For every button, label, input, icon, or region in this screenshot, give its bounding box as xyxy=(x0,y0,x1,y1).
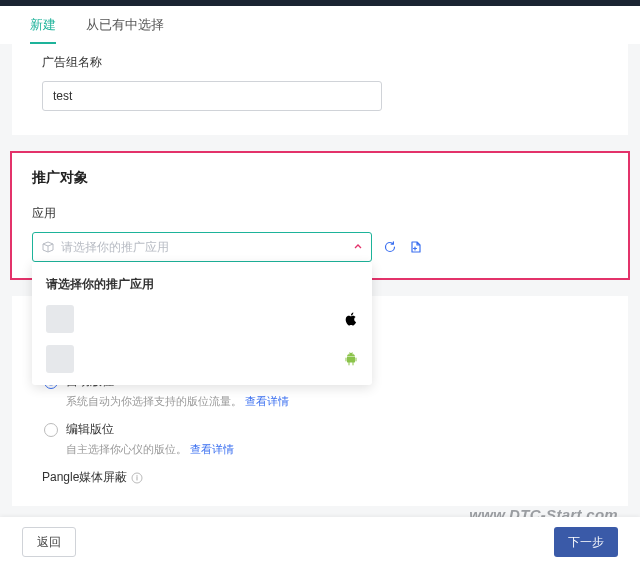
target-section-title: 推广对象 xyxy=(12,153,628,199)
tab-new[interactable]: 新建 xyxy=(30,6,56,44)
tab-from-existing[interactable]: 从已有中选择 xyxy=(86,6,164,44)
adgroup-card: 广告组名称 xyxy=(12,44,628,135)
info-icon xyxy=(131,472,143,484)
edit-detail-link[interactable]: 查看详情 xyxy=(190,443,234,455)
refresh-button[interactable] xyxy=(382,239,398,255)
dropdown-title: 请选择你的推广应用 xyxy=(32,268,372,299)
back-button[interactable]: 返回 xyxy=(22,527,76,557)
pangle-label: Pangle媒体屏蔽 xyxy=(42,469,598,486)
apple-icon xyxy=(344,312,358,326)
chevron-up-icon xyxy=(353,238,363,256)
auto-detail-link[interactable]: 查看详情 xyxy=(245,395,289,407)
app-select-placeholder: 请选择你的推广应用 xyxy=(61,239,343,256)
radio-edit-label: 编辑版位 xyxy=(66,421,114,438)
app-select[interactable]: 请选择你的推广应用 xyxy=(32,232,372,262)
radio-edit[interactable] xyxy=(44,423,58,437)
box-icon xyxy=(41,240,55,254)
add-app-button[interactable] xyxy=(408,239,424,255)
adgroup-name-input[interactable] xyxy=(42,81,382,111)
app-dropdown: 请选择你的推广应用 xyxy=(32,262,372,385)
dropdown-item-0[interactable] xyxy=(32,299,372,339)
app-label: 应用 xyxy=(12,199,628,232)
app-thumb xyxy=(46,305,74,333)
radio-edit-row[interactable]: 编辑版位 xyxy=(44,421,598,438)
radio-auto-desc: 系统自动为你选择支持的版位流量。 查看详情 xyxy=(66,394,598,409)
app-thumb xyxy=(46,345,74,373)
adgroup-name-label: 广告组名称 xyxy=(42,54,598,71)
tabs: 新建 从已有中选择 xyxy=(0,6,640,44)
radio-edit-desc: 自主选择你心仪的版位。 查看详情 xyxy=(66,442,598,457)
android-icon xyxy=(344,352,358,366)
next-button[interactable]: 下一步 xyxy=(554,527,618,557)
target-section-highlight: 推广对象 应用 请选择你的推广应用 请选择你的推广应用 xyxy=(10,151,630,280)
footer: 返回 下一步 xyxy=(0,517,640,567)
dropdown-item-1[interactable] xyxy=(32,339,372,379)
